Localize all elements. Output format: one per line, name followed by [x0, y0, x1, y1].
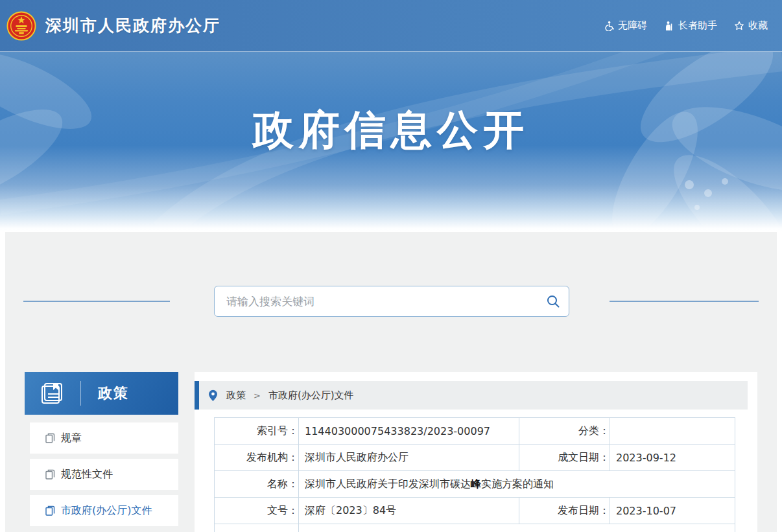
topbar: 深圳市人民政府办公厅 无障碍 长者助手 收藏: [0, 0, 782, 52]
banner: 政府信息公开: [0, 52, 782, 232]
sidebar-item-regulations[interactable]: 规章: [30, 422, 178, 454]
document-name-text: 实施方案的通知: [481, 478, 554, 490]
table-row: 名称： 深圳市人民政府关于印发深圳市碳达峰实施方案的通知: [215, 471, 735, 498]
elder-helper-label: 长者助手: [678, 19, 717, 32]
policy-book-icon: [39, 380, 65, 406]
banner-title: 政府信息公开: [0, 102, 782, 158]
document-name-label: 名称：: [215, 471, 299, 498]
favorite-link[interactable]: 收藏: [734, 19, 768, 32]
written-date-value: 2023-09-12: [610, 445, 735, 471]
accessibility-label: 无障碍: [618, 19, 647, 32]
index-number-label: 索引号：: [215, 418, 299, 445]
document-name-value: 深圳市人民政府关于印发深圳市碳达峰实施方案的通知: [299, 471, 735, 498]
breadcrumb-item-current: 市政府(办公厅)文件: [268, 389, 354, 402]
search-input[interactable]: [215, 295, 538, 308]
sidebar-header-divider: [80, 381, 81, 406]
breadcrumb: 政策 > 市政府(办公厅)文件: [195, 381, 748, 410]
written-date-label: 成文日期：: [519, 445, 610, 471]
sidebar-item-normative-documents[interactable]: 规范性文件: [30, 459, 178, 490]
document-name-highlight: 峰: [471, 478, 481, 490]
index-number-value: 114403000075433823/2023-00097: [299, 418, 519, 445]
search-icon: [546, 294, 560, 308]
content-panel: 政策 > 市政府(办公厅)文件 索引号： 114403000075433823/…: [195, 372, 757, 532]
search-section: [5, 232, 777, 372]
site-brand: 深圳市人民政府办公厅: [5, 11, 220, 41]
document-icon: [45, 469, 55, 480]
sidebar-item-label: 规范性文件: [61, 468, 113, 481]
breadcrumb-separator: >: [254, 391, 261, 400]
issuing-agency-label: 发布机构：: [215, 445, 299, 471]
doc-info-table: 索引号： 114403000075433823/2023-00097 分类： 发…: [214, 417, 735, 532]
content-area: 政策 规章 规范性文件: [5, 232, 777, 532]
sidebar-item-municipal-government-documents[interactable]: 市政府(办公厅)文件: [30, 495, 178, 526]
sidebar-header-label: 政策: [98, 384, 129, 403]
sidebar-items: 规章 规范性文件 市政府(办公厅)文件: [25, 415, 178, 526]
main-content: 政策 规章 规范性文件: [5, 372, 777, 532]
table-row: 文号： 深府〔2023〕84号 发布日期： 2023-10-07: [215, 498, 735, 524]
doc-number-value: 深府〔2023〕84号: [299, 498, 519, 524]
document-icon: [45, 433, 55, 443]
category-value: [610, 418, 735, 445]
site-title: 深圳市人民政府办公厅: [45, 15, 220, 36]
doc-number-label: 文号：: [215, 498, 299, 524]
sidebar-item-label: 规章: [61, 432, 82, 445]
elder-helper-link[interactable]: 长者助手: [664, 19, 717, 32]
publish-date-label: 发布日期：: [519, 498, 610, 524]
document-icon: [45, 505, 55, 516]
national-emblem-icon: [6, 11, 36, 41]
search-box: [214, 286, 569, 317]
location-pin-icon: [208, 389, 218, 402]
accessibility-link[interactable]: 无障碍: [604, 19, 647, 32]
elder-helper-icon: [664, 21, 674, 31]
topbar-links: 无障碍 长者助手 收藏: [604, 19, 768, 32]
table-row: [215, 524, 735, 532]
publish-date-value: 2023-10-07: [610, 498, 735, 524]
issuing-agency-value: 深圳市人民政府办公厅: [299, 445, 519, 471]
right-divider-line: [610, 301, 759, 302]
star-icon: [734, 21, 744, 31]
category-label: 分类：: [519, 418, 610, 445]
accessibility-icon: [604, 21, 614, 31]
sidebar: 政策 规章 规范性文件: [25, 372, 178, 532]
document-name-text: 深圳市人民政府关于印发深圳市碳达: [305, 478, 471, 490]
left-divider-line: [23, 301, 170, 302]
favorite-label: 收藏: [748, 19, 768, 32]
breadcrumb-item-policy[interactable]: 政策: [226, 389, 246, 402]
sidebar-item-label: 市政府(办公厅)文件: [61, 504, 152, 518]
table-row: 发布机构： 深圳市人民政府办公厅 成文日期： 2023-09-12: [215, 445, 735, 471]
table-row: 索引号： 114403000075433823/2023-00097 分类：: [215, 418, 735, 445]
search-button[interactable]: [538, 286, 569, 316]
sidebar-header: 政策: [25, 372, 178, 415]
